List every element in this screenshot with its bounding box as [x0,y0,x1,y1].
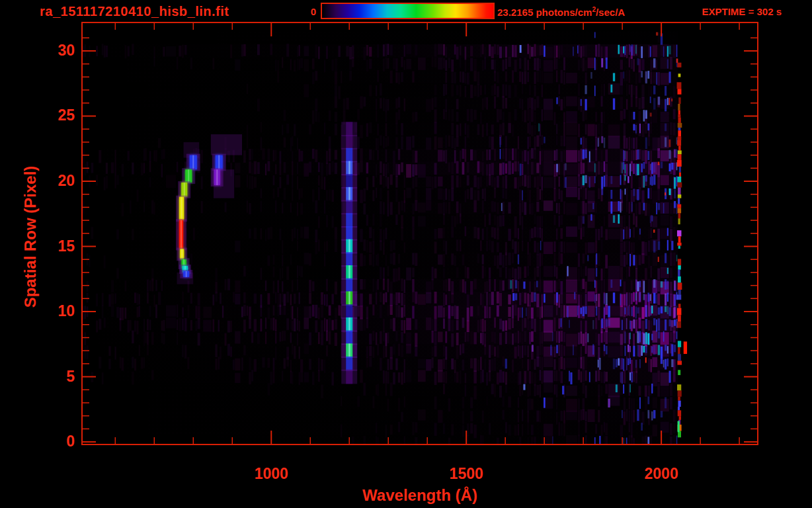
colorbar-max-label: 23.2165 photons/cm2/sec/A [497,6,625,18]
axes-frame [81,22,758,445]
exptime-label: EXPTIME = 302 s [649,6,782,17]
plot-frame [82,22,758,444]
colorbar-gradient [321,3,495,19]
x-axis-title: Wavelength (Å) [81,486,758,505]
colorbar-max-prefix: 23.2165 photons/cm [497,7,592,18]
y-tick-label: 30 [39,42,75,60]
x-tick-label: 1500 [436,465,496,483]
y-tick-label: 20 [39,172,75,190]
colorbar-min-label: 0 [291,6,316,17]
plot-area: 100015002000 051015202530 Wavelength (Å) [81,22,758,445]
file-title: ra_151117210410_hisb_lin.fit [40,4,229,19]
x-tick-label: 1000 [241,465,301,483]
y-tick-label: 15 [39,237,75,255]
x-tick-label: 2000 [631,465,691,483]
y-tick-label: 0 [39,433,75,450]
y-tick-label: 25 [39,106,75,124]
y-tick-label: 5 [39,368,75,386]
y-axis-title: Spatial Row (Pixel) [21,166,40,308]
colorbar-max-suffix: /sec/A [596,7,625,18]
y-tick-label: 10 [39,302,75,320]
